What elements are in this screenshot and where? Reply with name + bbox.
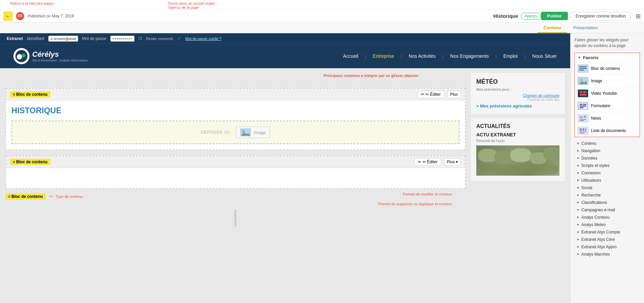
classifications-arrow: ▶ [577, 201, 579, 204]
nav-section-extranet-cere[interactable]: ▶ Extranet Atys Céré [575, 236, 640, 243]
nav-activites[interactable]: Nos Activités [409, 53, 436, 59]
nav-section-extranet-compte-label: Extranet Atys Compte [581, 230, 620, 234]
draft-button[interactable]: Enregistrer comme brouillon [571, 12, 631, 20]
nav-section-social[interactable]: ▶ Social [575, 184, 640, 191]
nav-section-donnees[interactable]: ▶ Données [575, 155, 640, 162]
widget-bloc-contenu[interactable]: Bloc de contenu [575, 62, 640, 75]
block-header-2: ≡ Bloc de contenu ✏ ✏ Éditer Plus ▾ [6, 156, 465, 168]
supprimer-annotation: Permet de supprimer ou dupliquer le cont… [378, 202, 452, 206]
extranet-label: Extranet [7, 36, 23, 41]
nav-section-analys-contenu[interactable]: ▶ Analys Contenu [575, 214, 640, 221]
favoris-header: ▼ Favoris [575, 53, 640, 62]
svg-point-4 [243, 130, 245, 132]
widget-video[interactable]: Video Youtube [575, 87, 640, 99]
type-contenu-annotation: Type de contenu [56, 194, 83, 199]
svg-rect-8 [579, 70, 584, 71]
nav-section-analys-marches[interactable]: ▶ Analys Marchés [575, 251, 640, 258]
nav-section-recherche-label: Recherche [581, 193, 601, 198]
news-widget-icon [578, 114, 588, 122]
svg-point-1 [17, 54, 22, 59]
svg-rect-14 [583, 91, 586, 93]
tab-contenu[interactable]: Contenu [537, 23, 567, 33]
identifiant-label: Identifiant [27, 36, 44, 41]
nav-section-scripts[interactable]: ▶ Scripts et styles [575, 162, 640, 169]
change-commune-link[interactable]: Changer de commune [523, 93, 559, 97]
nav-section-analys-meteo[interactable]: ▶ Analys Meteo [575, 221, 640, 228]
nav-situer[interactable]: Nous Situer [532, 53, 557, 59]
navigation-arrow: ▶ [577, 149, 579, 152]
drop-zone[interactable]: DÉPOSER ICI Image [11, 121, 460, 144]
nav-section-analys-meteo-label: Analys Meteo [581, 222, 606, 227]
nav-engagements[interactable]: Nos Engagements [450, 53, 489, 59]
edit-button-2[interactable]: ✏ ✏ Éditer [414, 158, 441, 166]
svg-rect-32 [580, 133, 584, 133]
grid-icon[interactable]: ⊞ [636, 12, 641, 20]
nav-section-extranet-cere-label: Extranet Atys Céré [581, 237, 615, 242]
top-bar: ← FR Published on May 7, 2019 Historique… [0, 10, 644, 23]
nav-accueil[interactable]: Accueil [343, 53, 358, 59]
image-widget-icon [578, 77, 588, 85]
scripts-arrow: ▶ [577, 164, 579, 167]
nav-entreprise[interactable]: Entreprise [373, 53, 394, 59]
widget-image[interactable]: Image [575, 75, 640, 87]
apercu-button[interactable]: Aperçu [521, 13, 541, 19]
nav-section-campagnes[interactable]: ▶ Campagnes e-mail [575, 206, 640, 214]
widget-liste-docs[interactable]: Liste de documents [575, 124, 640, 137]
nav-section-campagnes-label: Campagnes e-mail [581, 208, 615, 212]
plus-button-1[interactable]: Plus [447, 91, 461, 98]
image-preview-icon [240, 128, 251, 136]
svg-rect-17 [580, 104, 582, 105]
glisser-annotation: Principaux contenus à intégrer par un gl… [324, 74, 419, 78]
nav-section-contenu[interactable]: ▶ Contenu [575, 140, 640, 147]
nav-section-connexion[interactable]: ▶ Connexion [575, 169, 640, 177]
actu-resume: Resumé de l'actu [476, 139, 559, 143]
block-type-badge-1: ≡ Bloc de contenu [10, 91, 50, 97]
docs-widget-label: Liste de documents [591, 128, 626, 133]
nav-section-scripts-label: Scripts et styles [581, 163, 609, 168]
forgot-password-link[interactable]: Mot de passe oublié ? [185, 37, 222, 41]
nav-section-navigation[interactable]: ▶ Navigation [575, 147, 640, 155]
nav-section-analys-marches-label: Analys Marchés [581, 252, 610, 257]
svg-rect-26 [580, 120, 584, 121]
donnees-arrow: ▶ [577, 157, 579, 160]
apercu-annotation: Ouvre dans un nouvel onglet l'aperçu de … [168, 1, 215, 9]
svg-rect-13 [580, 91, 582, 93]
block-actions-2: ✏ ✏ Éditer Plus ▾ [414, 158, 461, 166]
edit-button-1[interactable]: ✏ ✏ Éditer [417, 91, 444, 98]
contenu-arrow: ▶ [577, 142, 579, 145]
tab-presentation[interactable]: Présentation [567, 23, 604, 33]
pencil-icon-2: ✏ [418, 160, 421, 164]
nav-section-utilisateurs[interactable]: ▶ Utilisateurs [575, 177, 640, 184]
nav-section-extranet-appro[interactable]: ▶ Extranet Atys Appro [575, 243, 640, 251]
block-header-1: ≡ Bloc de contenu ✏ ✏ Éditer Plus [6, 89, 465, 100]
nav-section-classifications[interactable]: ▶ Classifications [575, 199, 640, 206]
svg-rect-29 [582, 128, 584, 131]
nav-sections-list: ▶ Contenu ▶ Navigation ▶ Données ▶ Scrip… [575, 140, 640, 258]
extranet-bar: Extranet Identifiant n.orvoen@anal Mot d… [0, 33, 570, 44]
content-block-2: ≡ Bloc de contenu ✏ ✏ Éditer Plus ▾ [5, 156, 466, 189]
drop-zone-label: DÉPOSER ICI [201, 130, 230, 135]
identifiant-input[interactable]: n.orvoen@anal [48, 36, 78, 42]
widget-formulaire[interactable]: Formulaire [575, 99, 640, 112]
site-header: Cérélys Silo d'Alimentation · Analyse In… [0, 44, 570, 68]
back-button[interactable]: ← [3, 11, 13, 21]
nav-section-navigation-label: Navigation [581, 148, 600, 153]
widget-news[interactable]: News [575, 112, 640, 124]
nav-section-recherche[interactable]: ▶ Recherche [575, 191, 640, 199]
block-type-badge-2: ≡ Bloc de contenu [10, 159, 50, 165]
publish-button[interactable]: Publier [541, 12, 568, 20]
image-widget-preview: Image [236, 127, 270, 138]
sacks-image [476, 145, 559, 176]
dark-sky-credit: Powered by Dark Sky [476, 98, 559, 101]
nav-section-extranet-compte[interactable]: ▶ Extranet Atys Compte [575, 228, 640, 236]
nav-section-classifications-label: Classifications [581, 200, 607, 205]
password-input[interactable]: •••••••••• [110, 36, 135, 42]
svg-point-10 [580, 79, 582, 81]
nav-emploi[interactable]: Emploi [503, 53, 518, 59]
docs-widget-icon [578, 127, 588, 135]
image-widget-label: Image [254, 130, 266, 135]
top-right-actions: Publier Enregistrer comme brouillon ⊞ [541, 12, 641, 20]
plus-button-2[interactable]: Plus ▾ [444, 158, 461, 166]
news-widget-label: News [591, 116, 601, 121]
agri-link[interactable]: > Mes prévisions agricoles [476, 103, 532, 109]
